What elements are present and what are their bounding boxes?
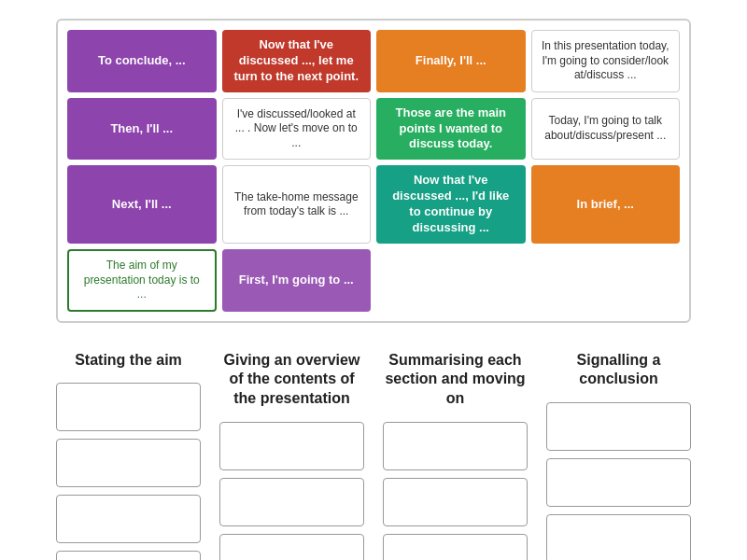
card-grid: To conclude, ...Now that I've discussed … — [67, 30, 680, 312]
card-c3[interactable]: Finally, I'll ... — [376, 30, 526, 92]
drop-zone-col4-3[interactable] — [546, 514, 691, 560]
card-c10[interactable]: The take-home message from today's talk … — [222, 165, 372, 244]
card-c5[interactable]: Then, I'll ... — [67, 98, 217, 161]
drop-zone-col1-2[interactable] — [56, 439, 201, 487]
drop-zone-col3-2[interactable] — [383, 478, 528, 526]
card-c14[interactable]: First, I'm going to ... — [222, 249, 372, 312]
sort-column-header-col2: Giving an overview of the contents of th… — [219, 351, 364, 409]
sort-column-col4: Signalling a conclusion — [546, 351, 691, 560]
drop-zone-col1-4[interactable] — [56, 551, 201, 560]
drop-zone-col4-1[interactable] — [546, 402, 691, 451]
card-c6[interactable]: I've discussed/looked at ... . Now let's… — [222, 98, 372, 161]
card-c12[interactable]: In brief, ... — [531, 165, 681, 244]
sort-column-col2: Giving an overview of the contents of th… — [219, 351, 364, 560]
drop-zone-col1-3[interactable] — [56, 495, 201, 543]
sort-area: Stating the aimGiving an overview of the… — [56, 351, 691, 560]
sort-column-col3: Summarising each section and moving on — [383, 351, 528, 560]
sort-column-header-col4: Signalling a conclusion — [546, 351, 691, 390]
card-c8[interactable]: Today, I'm going to talk about/discuss/p… — [531, 98, 681, 161]
card-grid-wrapper: To conclude, ...Now that I've discussed … — [56, 19, 691, 323]
card-c13[interactable]: The aim of my presentation today is to .… — [67, 249, 217, 312]
card-c7[interactable]: Those are the main points I wanted to di… — [376, 98, 526, 161]
card-c1[interactable]: To conclude, ... — [67, 30, 217, 92]
card-c2[interactable]: Now that I've discussed ..., let me turn… — [222, 30, 372, 92]
main-container: To conclude, ...Now that I've discussed … — [0, 0, 747, 560]
drop-zone-col2-1[interactable] — [219, 422, 364, 470]
card-c4[interactable]: In this presentation today, I'm going to… — [531, 30, 681, 92]
sort-column-col1: Stating the aim — [56, 351, 201, 560]
drop-zone-col3-1[interactable] — [383, 422, 528, 470]
card-c11[interactable]: Now that I've discussed ..., I'd like to… — [376, 165, 526, 244]
drop-zone-col3-3[interactable] — [383, 534, 528, 560]
sort-column-header-col3: Summarising each section and moving on — [383, 351, 528, 409]
card-c9[interactable]: Next, I'll ... — [67, 165, 217, 244]
drop-zone-col1-1[interactable] — [56, 383, 201, 431]
drop-zone-col4-2[interactable] — [546, 458, 691, 507]
sort-column-header-col1: Stating the aim — [75, 351, 182, 371]
drop-zone-col2-3[interactable] — [219, 534, 364, 560]
drop-zone-col2-2[interactable] — [219, 478, 364, 526]
